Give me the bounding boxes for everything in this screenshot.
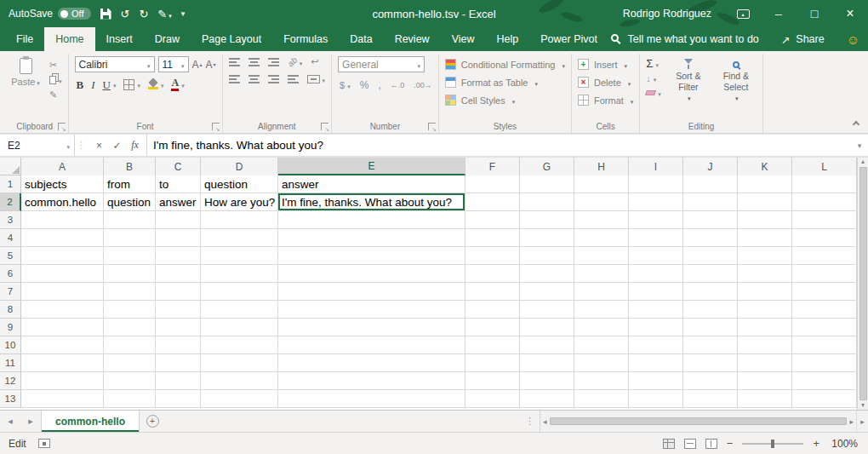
cell-L7[interactable] xyxy=(792,283,857,301)
conditional-formatting-button[interactable]: Conditional Formatting xyxy=(445,56,565,72)
column-header-E[interactable]: E xyxy=(278,158,465,175)
maximize-button[interactable]: □ xyxy=(797,0,832,27)
cell-I3[interactable] xyxy=(629,211,683,229)
ribbon-tab-power-pivot[interactable]: Power Pivot xyxy=(529,27,608,51)
cell-J5[interactable] xyxy=(683,247,738,265)
cell-K5[interactable] xyxy=(738,247,792,265)
cell-J6[interactable] xyxy=(683,265,738,283)
cell-D11[interactable] xyxy=(201,354,278,372)
shrink-font-button[interactable]: A xyxy=(206,59,216,71)
column-header-H[interactable]: H xyxy=(574,158,629,175)
cell-B1[interactable]: from xyxy=(104,175,156,193)
formula-bar-expand-button[interactable]: ▾ xyxy=(851,135,868,156)
cell-L1[interactable] xyxy=(792,175,857,193)
cell-B6[interactable] xyxy=(104,265,156,283)
cell-I2[interactable] xyxy=(629,193,683,211)
cell-H11[interactable] xyxy=(574,354,629,372)
cell-G7[interactable] xyxy=(520,283,574,301)
cell-I1[interactable] xyxy=(629,175,683,193)
insert-cells-button[interactable]: +Insert xyxy=(578,56,633,72)
cell-B3[interactable] xyxy=(104,211,156,229)
cell-C10[interactable] xyxy=(156,336,201,354)
cell-K11[interactable] xyxy=(738,354,792,372)
row-header-12[interactable]: 12 xyxy=(0,372,21,390)
merge-center-button[interactable] xyxy=(307,74,326,84)
cell-L10[interactable] xyxy=(792,336,857,354)
cell-E1[interactable]: answer xyxy=(278,175,465,193)
bold-button[interactable]: B xyxy=(77,79,84,90)
cell-G6[interactable] xyxy=(520,265,574,283)
cell-I12[interactable] xyxy=(629,372,683,390)
wrap-text-button[interactable]: ↩ xyxy=(311,56,318,67)
cell-C3[interactable] xyxy=(156,211,201,229)
cell-A2[interactable]: common.hello xyxy=(21,193,104,211)
cell-F6[interactable] xyxy=(465,265,520,283)
italic-button[interactable]: I xyxy=(91,79,94,90)
insert-function-button[interactable]: fx xyxy=(126,139,144,152)
cell-G11[interactable] xyxy=(520,354,574,372)
qat-customize-button[interactable]: ▾ xyxy=(181,9,186,18)
cell-D13[interactable] xyxy=(201,390,278,408)
row-header-3[interactable]: 3 xyxy=(0,211,21,229)
column-header-C[interactable]: C xyxy=(156,158,201,175)
cell-C2[interactable]: answer xyxy=(156,193,201,211)
cell-K12[interactable] xyxy=(738,372,792,390)
accounting-format-button[interactable]: $ xyxy=(340,80,351,90)
cell-D1[interactable]: question xyxy=(201,175,278,193)
cell-J9[interactable] xyxy=(683,319,738,336)
cell-D9[interactable] xyxy=(201,319,278,336)
horizontal-scroll-thumb[interactable] xyxy=(550,417,848,425)
cell-F7[interactable] xyxy=(465,283,520,301)
zoom-level[interactable]: 100% xyxy=(829,438,858,450)
ribbon-tab-review[interactable]: Review xyxy=(384,27,441,51)
normal-view-button[interactable] xyxy=(663,439,675,449)
cell-L11[interactable] xyxy=(792,354,857,372)
cell-I9[interactable] xyxy=(629,319,683,336)
ink-button[interactable]: ✎ xyxy=(157,8,171,20)
alignment-dialog-launcher-icon[interactable] xyxy=(321,123,328,130)
cell-A9[interactable] xyxy=(21,319,104,336)
cell-C1[interactable]: to xyxy=(156,175,201,193)
cell-B4[interactable] xyxy=(104,229,156,247)
cell-J4[interactable] xyxy=(683,229,738,247)
feedback-smiley-icon[interactable]: ☺ xyxy=(847,32,859,47)
formula-bar-divider-dots[interactable]: ⋮ xyxy=(75,135,88,156)
font-color-button[interactable]: A xyxy=(171,78,184,91)
decrease-indent-icon[interactable] xyxy=(288,75,299,83)
cell-A11[interactable] xyxy=(21,354,104,372)
align-middle-icon[interactable] xyxy=(248,58,260,66)
cell-A10[interactable] xyxy=(21,336,104,354)
cell-H8[interactable] xyxy=(574,301,629,319)
row-header-9[interactable]: 9 xyxy=(0,319,21,336)
cell-F12[interactable] xyxy=(465,372,520,390)
ribbon-tab-file[interactable]: File xyxy=(5,27,44,51)
cell-L3[interactable] xyxy=(792,211,857,229)
cell-C13[interactable] xyxy=(156,390,201,408)
cell-K7[interactable] xyxy=(738,283,792,301)
decrease-decimal-button[interactable]: .00→ xyxy=(414,81,432,89)
cell-G1[interactable] xyxy=(520,175,574,193)
select-all-corner[interactable] xyxy=(0,158,21,175)
ribbon-tab-home[interactable]: Home xyxy=(44,27,94,51)
cell-K2[interactable] xyxy=(738,193,792,211)
tell-me-search[interactable]: Tell me what you want to do xyxy=(611,33,759,45)
cell-F10[interactable] xyxy=(465,336,520,354)
cell-J12[interactable] xyxy=(683,372,738,390)
cell-F13[interactable] xyxy=(465,390,520,408)
close-button[interactable]: × xyxy=(832,0,868,27)
cell-B7[interactable] xyxy=(104,283,156,301)
cell-H4[interactable] xyxy=(574,229,629,247)
cell-A13[interactable] xyxy=(21,390,104,408)
align-top-icon[interactable] xyxy=(229,58,240,66)
cell-H13[interactable] xyxy=(574,390,629,408)
cell-L12[interactable] xyxy=(792,372,857,390)
cell-F5[interactable] xyxy=(465,247,520,265)
cell-G10[interactable] xyxy=(520,336,574,354)
scroll-left-icon[interactable]: ◂ xyxy=(543,417,547,426)
format-cells-button[interactable]: Format xyxy=(578,92,633,108)
cell-G3[interactable] xyxy=(520,211,574,229)
zoom-slider[interactable] xyxy=(742,443,803,445)
column-header-G[interactable]: G xyxy=(520,158,574,175)
row-header-13[interactable]: 13 xyxy=(0,390,21,408)
cell-A1[interactable]: subjects xyxy=(21,175,104,193)
